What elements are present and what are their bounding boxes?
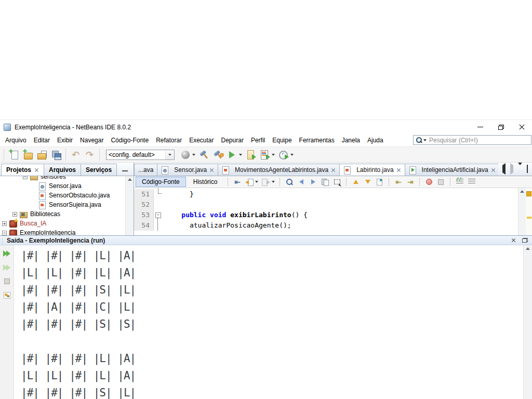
- close-tab-icon[interactable]: [331, 168, 336, 172]
- editor-tab-labirinto-java[interactable]: Labirinto.java: [339, 164, 405, 176]
- warning-mark-icon[interactable]: [527, 217, 531, 219]
- close-button[interactable]: [511, 120, 532, 134]
- undo-button[interactable]: [69, 148, 83, 162]
- config-dropdown-icon[interactable]: [165, 150, 174, 159]
- code-text[interactable]: }: [163, 189, 194, 200]
- menu-ferramentas[interactable]: Ferramentas: [296, 135, 338, 146]
- menu-c-digo-fonte[interactable]: Código-Fonte: [107, 135, 152, 146]
- tree-scrollbar[interactable]: [125, 176, 134, 235]
- scroll-up-icon[interactable]: [128, 178, 132, 181]
- tree-item-sensor-java[interactable]: Sensor.java: [0, 181, 134, 191]
- title-bar[interactable]: ExemploInteligencia - NetBeans IDE 8.0.2: [0, 120, 532, 134]
- expander-icon[interactable]: −: [23, 176, 28, 179]
- profile-button[interactable]: [258, 148, 272, 162]
- find-button[interactable]: [283, 177, 295, 187]
- open-project-button[interactable]: [35, 148, 49, 162]
- panel-tab-arquivos[interactable]: Arquivos: [44, 164, 81, 176]
- menu-navegar[interactable]: Navegar: [76, 135, 107, 146]
- memory-dropdown-icon[interactable]: [192, 154, 195, 156]
- stop-macro-button[interactable]: [435, 177, 447, 187]
- toggle-highlight-button[interactable]: [319, 177, 331, 187]
- rectangular-selection-button[interactable]: [331, 177, 343, 187]
- menu-arquivo[interactable]: Arquivo: [2, 135, 30, 146]
- tree-item-sensores[interactable]: −sensores: [0, 176, 134, 181]
- output-header[interactable]: Saída - ExemploInteligencia (run): [0, 235, 532, 245]
- menu-executar[interactable]: Executar: [185, 135, 217, 146]
- new-project-button[interactable]: [21, 148, 35, 162]
- maximize-button[interactable]: [490, 120, 511, 134]
- debug-button[interactable]: [244, 148, 258, 162]
- drag-grip-icon[interactable]: [2, 237, 3, 243]
- view-button-c-digo-fonte[interactable]: Código-Fonte: [136, 177, 186, 187]
- menu-perfil[interactable]: Perfil: [247, 135, 269, 146]
- output-scrollbar[interactable]: [523, 245, 532, 399]
- tree-item-bibliotecas[interactable]: +Bibliotecas: [0, 209, 134, 219]
- back-dropdown-icon[interactable]: [255, 181, 258, 183]
- code-text[interactable]: public void exibirLabirinto() {: [163, 210, 308, 220]
- run-button[interactable]: [225, 148, 239, 162]
- warning-mark-icon[interactable]: [526, 191, 531, 196]
- rerun-button[interactable]: [2, 248, 12, 258]
- menu-depurar[interactable]: Depurar: [218, 135, 247, 146]
- maximize-editor-button[interactable]: [527, 165, 528, 172]
- editor-tab-sensor-java[interactable]: Sensor.java: [157, 164, 218, 176]
- profile-dropdown-icon[interactable]: [272, 154, 275, 156]
- search-dropdown-icon[interactable]: [423, 139, 427, 141]
- scroll-up-icon[interactable]: [526, 247, 530, 250]
- close-tab-icon[interactable]: [491, 168, 496, 172]
- expander-icon[interactable]: −: [2, 231, 7, 235]
- comment-button[interactable]: [454, 177, 466, 187]
- run-dropdown-icon[interactable]: [239, 154, 242, 156]
- toggle-bookmark-button[interactable]: [374, 177, 385, 187]
- forward-button[interactable]: [260, 177, 272, 187]
- close-tab-icon[interactable]: [34, 168, 39, 172]
- minimize-button[interactable]: [470, 120, 490, 134]
- next-bookmark-button[interactable]: [362, 177, 374, 187]
- editor-tab-ava[interactable]: ...ava: [134, 164, 157, 176]
- tab-list-button[interactable]: [518, 165, 522, 172]
- shift-left-button[interactable]: [392, 177, 404, 187]
- search-box[interactable]: Pesquisar (Ctrl+I): [413, 135, 531, 145]
- scroll-up-icon[interactable]: [520, 190, 524, 193]
- scroll-tabs-left-button[interactable]: [502, 165, 506, 172]
- rerun-changed-button[interactable]: [2, 262, 12, 272]
- tree-item-sensorobstaculo-java[interactable]: SensorObstaculo.java: [0, 191, 134, 200]
- previous-bookmark-button[interactable]: [350, 177, 362, 187]
- redo-button[interactable]: [83, 148, 97, 162]
- back-button[interactable]: [243, 177, 255, 187]
- panel-tab-projetos[interactable]: Projetos: [1, 164, 44, 176]
- stop-button[interactable]: [2, 276, 12, 286]
- ant-settings-button[interactable]: [2, 290, 12, 300]
- tree-item-exemplointeligencia[interactable]: −ExemploInteligencia: [0, 228, 134, 235]
- tree-item-sensorsujeira-java[interactable]: SensorSujeira.java: [0, 200, 134, 209]
- config-selector[interactable]: <config. default>: [106, 150, 175, 160]
- close-output-icon[interactable]: [511, 238, 516, 243]
- memory-button[interactable]: [178, 148, 192, 162]
- find-next-button[interactable]: [307, 177, 319, 187]
- uncomment-button[interactable]: [466, 177, 477, 187]
- code-editor[interactable]: 51 }5253 public void exibirLabirinto() {…: [134, 188, 532, 235]
- start-macro-button[interactable]: [423, 177, 435, 187]
- editor-tab-inteligenciaartificial-java[interactable]: InteligenciaArtificial.java: [405, 164, 498, 176]
- menu-equipe[interactable]: Equipe: [269, 135, 295, 146]
- forward-dropdown-icon[interactable]: [272, 181, 275, 183]
- build-button[interactable]: [197, 148, 211, 162]
- shift-right-button[interactable]: [404, 177, 416, 187]
- minimize-panel-button[interactable]: [122, 170, 128, 171]
- editor-scrollbar[interactable]: [518, 188, 526, 235]
- scroll-tabs-right-button[interactable]: [510, 165, 513, 172]
- expander-icon[interactable]: +: [2, 221, 7, 226]
- close-tab-icon[interactable]: [209, 168, 214, 172]
- menu-exibir[interactable]: Exibir: [54, 135, 76, 146]
- panel-tab-servi-os[interactable]: Serviços: [81, 164, 117, 176]
- find-previous-button[interactable]: [295, 177, 307, 187]
- profile-history-dropdown-icon[interactable]: [290, 154, 294, 156]
- menu-janela[interactable]: Janela: [338, 135, 364, 146]
- output-console[interactable]: |#| |#| |#| |L| |A||L| |L| |#| |L| |A||#…: [14, 245, 532, 399]
- menu-ajuda[interactable]: Ajuda: [364, 135, 387, 146]
- menu-refatorar[interactable]: Refatorar: [152, 135, 185, 146]
- close-tab-icon[interactable]: [396, 168, 401, 172]
- menu-editar[interactable]: Editar: [30, 135, 54, 146]
- save-all-button[interactable]: [49, 148, 63, 162]
- expander-icon[interactable]: +: [12, 212, 17, 217]
